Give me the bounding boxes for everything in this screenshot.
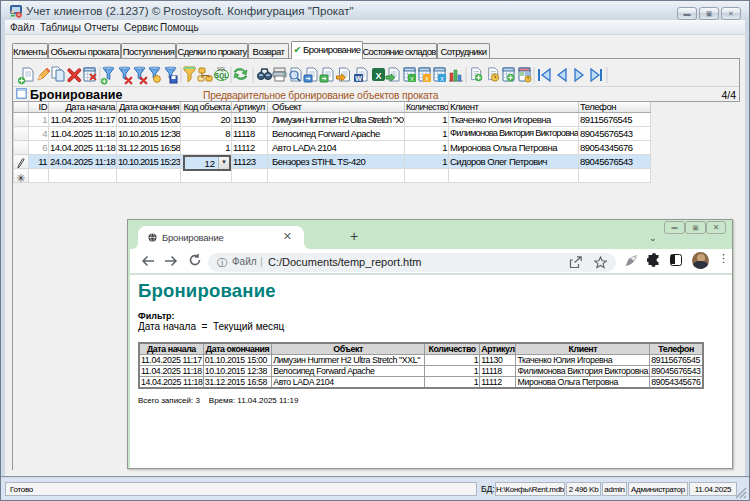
svg-text:X: X (410, 76, 414, 82)
svg-text:W: W (355, 75, 362, 82)
svg-text:X: X (425, 76, 429, 82)
svg-text:SQL: SQL (217, 67, 227, 72)
svg-text:SQL: SQL (215, 72, 228, 80)
svg-text:X: X (440, 76, 444, 82)
svg-text:X: X (375, 71, 381, 81)
svg-text:?: ? (527, 76, 530, 82)
